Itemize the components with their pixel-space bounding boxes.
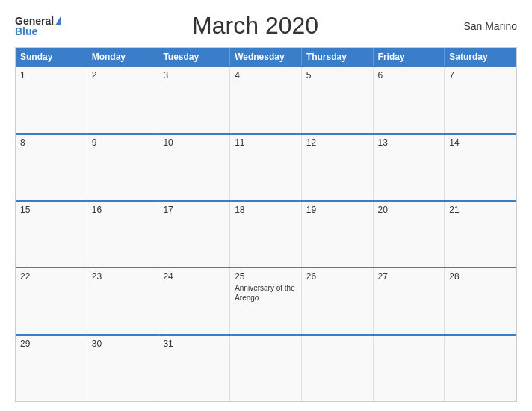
day-number: 17 (163, 205, 225, 215)
day-number: 14 (449, 137, 512, 148)
calendar-cell-2-2: 17 (158, 202, 230, 268)
calendar-cell-4-5 (374, 336, 445, 401)
day-number: 16 (92, 205, 154, 215)
day-number: 11 (235, 137, 297, 148)
day-number: 22 (20, 271, 82, 282)
day-number: 21 (449, 205, 512, 215)
day-number: 27 (378, 271, 440, 282)
calendar-week-3: 15161718192021 (16, 200, 516, 268)
day-number: 6 (378, 70, 440, 81)
calendar-cell-0-0: 1 (16, 67, 87, 133)
calendar-cell-3-2: 24 (158, 268, 230, 334)
calendar-week-1: 1234567 (16, 66, 516, 133)
day-number: 30 (92, 339, 154, 349)
calendar-cell-0-1: 2 (87, 67, 159, 133)
calendar-grid: Sunday Monday Tuesday Wednesday Thursday… (15, 47, 517, 402)
day-number: 31 (163, 339, 225, 349)
day-number: 29 (20, 339, 82, 349)
header-wednesday: Wednesday (230, 48, 302, 66)
header-sunday: Sunday (16, 48, 87, 66)
calendar-cell-1-1: 9 (87, 135, 159, 200)
page-header: General Blue March 2020 San Marino (15, 12, 517, 40)
day-number: 20 (378, 205, 440, 215)
calendar-cell-4-1: 30 (87, 336, 159, 401)
calendar-header-row: Sunday Monday Tuesday Wednesday Thursday… (16, 48, 516, 66)
calendar-cell-0-6: 7 (445, 67, 516, 133)
calendar-cell-3-6: 28 (445, 268, 516, 334)
calendar-week-5: 293031 (16, 334, 516, 401)
header-thursday: Thursday (302, 48, 374, 66)
calendar-cell-4-3 (230, 336, 302, 401)
header-saturday: Saturday (445, 48, 516, 66)
logo: General Blue (15, 16, 61, 37)
calendar-cell-3-3: 25Anniversary of the Arengo (230, 268, 302, 334)
calendar-cell-0-4: 5 (302, 67, 374, 133)
calendar-page: General Blue March 2020 San Marino Sunda… (0, 0, 532, 411)
calendar-cell-2-3: 18 (230, 202, 302, 268)
logo-triangle-icon (55, 16, 61, 25)
calendar-cell-3-0: 22 (16, 268, 87, 334)
day-number: 2 (92, 70, 154, 81)
day-number: 26 (306, 271, 368, 282)
day-number: 8 (20, 137, 82, 148)
calendar-cell-2-1: 16 (87, 202, 159, 268)
calendar-cell-0-3: 4 (230, 67, 302, 133)
day-number: 25 (235, 271, 297, 282)
day-number: 9 (92, 137, 154, 148)
page-title: March 2020 (61, 12, 450, 40)
calendar-cell-3-4: 26 (302, 268, 374, 334)
day-number: 3 (163, 70, 225, 81)
calendar-week-4: 22232425Anniversary of the Arengo262728 (16, 267, 516, 334)
logo-general-text: General (15, 16, 54, 26)
day-number: 12 (306, 137, 368, 148)
calendar-cell-2-6: 21 (445, 202, 516, 268)
calendar-cell-4-0: 29 (16, 336, 87, 401)
day-number: 13 (378, 137, 440, 148)
calendar-cell-1-6: 14 (445, 135, 516, 200)
calendar-cell-0-5: 6 (374, 67, 445, 133)
calendar-body: 1234567891011121314151617181920212223242… (16, 66, 516, 401)
calendar-cell-1-4: 12 (302, 135, 374, 200)
calendar-cell-4-4 (302, 336, 374, 401)
day-number: 1 (20, 70, 82, 81)
day-number: 19 (306, 205, 368, 215)
calendar-week-2: 891011121314 (16, 133, 516, 200)
header-monday: Monday (87, 48, 159, 66)
calendar-cell-4-2: 31 (158, 336, 230, 401)
header-tuesday: Tuesday (158, 48, 230, 66)
header-friday: Friday (374, 48, 445, 66)
logo-blue-text: Blue (15, 26, 61, 37)
calendar-cell-4-6 (445, 336, 516, 401)
day-number: 5 (306, 70, 368, 81)
day-number: 4 (235, 70, 297, 81)
day-number: 24 (163, 271, 225, 282)
calendar-event: Anniversary of the Arengo (235, 283, 297, 303)
day-number: 15 (20, 205, 82, 215)
calendar-cell-0-2: 3 (158, 67, 230, 133)
country-label: San Marino (450, 20, 517, 32)
day-number: 28 (449, 271, 512, 282)
calendar-cell-2-0: 15 (16, 202, 87, 268)
calendar-cell-2-5: 20 (374, 202, 445, 268)
calendar-cell-1-5: 13 (374, 135, 445, 200)
calendar-cell-3-5: 27 (374, 268, 445, 334)
day-number: 7 (449, 70, 512, 81)
calendar-cell-2-4: 19 (302, 202, 374, 268)
calendar-cell-1-3: 11 (230, 135, 302, 200)
day-number: 23 (92, 271, 154, 282)
calendar-cell-3-1: 23 (87, 268, 159, 334)
day-number: 18 (235, 205, 297, 215)
calendar-cell-1-0: 8 (16, 135, 87, 200)
calendar-cell-1-2: 10 (158, 135, 230, 200)
day-number: 10 (163, 137, 225, 148)
